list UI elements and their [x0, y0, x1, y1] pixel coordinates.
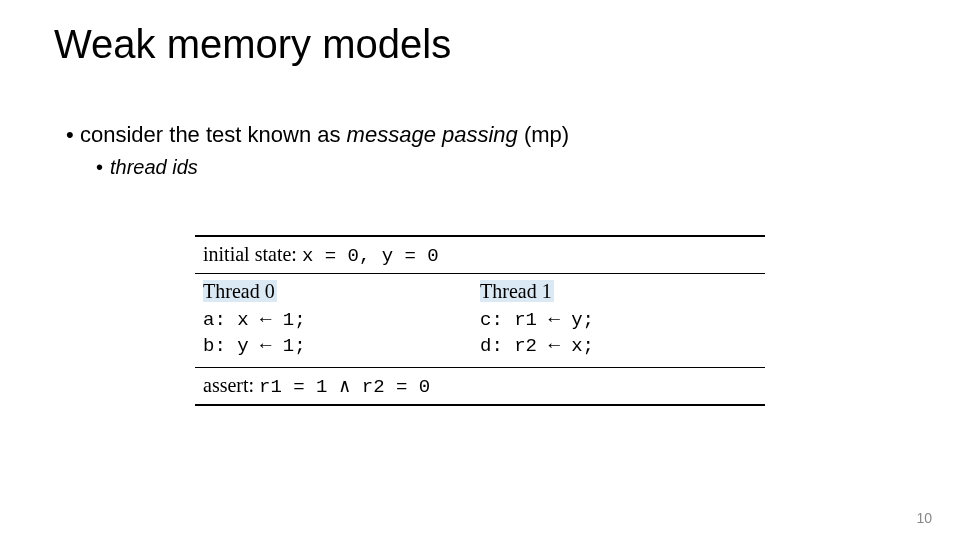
thread-0-header: Thread 0 [203, 280, 480, 303]
bullet-text-suffix: (mp) [518, 122, 569, 147]
bullet-level-2: •thread ids [96, 154, 569, 181]
bullet-l2-text: thread ids [110, 156, 198, 178]
threads-row: Thread 0 a: x ← 1; b: y ← 1; Thread 1 c:… [195, 274, 765, 367]
bullet-dot-icon: • [96, 154, 110, 181]
assert-expr: r1 = 1 ∧ r2 = 0 [259, 376, 430, 398]
bullet-dot-icon: • [66, 120, 80, 150]
thread-0-line-a: a: x ← 1; [203, 309, 480, 331]
slide: Weak memory models •consider the test kn… [0, 0, 960, 540]
initial-state-label: initial state: [203, 243, 302, 265]
bullet-text-em: message passing [347, 122, 518, 147]
thread-0-line-b: b: y ← 1; [203, 335, 480, 357]
slide-title: Weak memory models [54, 22, 451, 67]
thread-1-line-c: c: r1 ← y; [480, 309, 757, 331]
thread-1-header: Thread 1 [480, 280, 757, 303]
thread-1-column: Thread 1 c: r1 ← y; d: r2 ← x; [480, 280, 757, 357]
thread-1-line-d: d: r2 ← x; [480, 335, 757, 357]
bullet-list: •consider the test known as message pass… [66, 120, 569, 181]
assert-label: assert: [203, 374, 259, 396]
thread-0-header-text: Thread 0 [203, 280, 277, 302]
bullet-level-1: •consider the test known as message pass… [66, 120, 569, 150]
litmus-test-table: initial state: x = 0, y = 0 Thread 0 a: … [195, 235, 765, 406]
initial-state-row: initial state: x = 0, y = 0 [195, 237, 765, 273]
thread-0-column: Thread 0 a: x ← 1; b: y ← 1; [203, 280, 480, 357]
page-number: 10 [916, 510, 932, 526]
table-rule [195, 404, 765, 406]
bullet-text-prefix: consider the test known as [80, 122, 347, 147]
thread-1-header-text: Thread 1 [480, 280, 554, 302]
initial-state-expr: x = 0, y = 0 [302, 245, 439, 267]
assert-row: assert: r1 = 1 ∧ r2 = 0 [195, 368, 765, 404]
